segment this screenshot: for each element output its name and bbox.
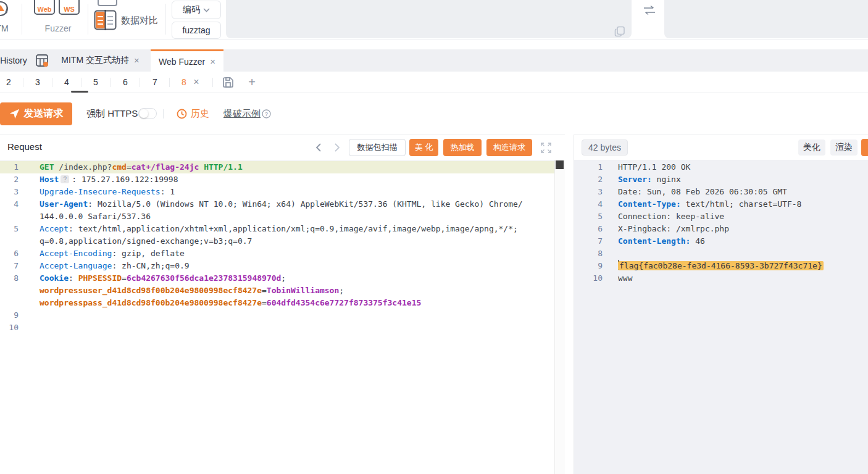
chevron-right-icon[interactable] [331, 141, 343, 154]
line-number: 4 [574, 198, 603, 210]
line-number: 10 [574, 272, 603, 285]
expand-icon[interactable] [541, 143, 551, 153]
tab-history[interactable]: History [0, 49, 30, 72]
send-icon [9, 109, 20, 119]
fuzzer-tab-2[interactable]: 2 [2, 72, 15, 93]
flag-highlight: flag{fac0b28e-fe3d-4166-8593-3b727f43c71… [618, 261, 824, 270]
response-render-button[interactable]: 渲染 [830, 139, 858, 156]
swap-arrows-icon[interactable] [643, 5, 656, 16]
data-compare-icon[interactable] [94, 10, 117, 30]
toolbar-secondary-area[interactable] [664, 0, 868, 38]
request-panel-header: Request 数据包扫描 美 化 热加载 构造请求 [0, 135, 565, 160]
fuzzer-tab-5[interactable]: 5 [90, 72, 102, 93]
fuzzer-tab-8[interactable]: 8 [178, 72, 190, 93]
line-number: 10 [0, 322, 19, 334]
line-number: 8 [0, 272, 19, 285]
hotload-button[interactable]: 热加载 [443, 139, 482, 156]
force-https-toggle[interactable] [138, 108, 157, 119]
line-number: 8 [574, 247, 603, 260]
line-number: 2 [574, 173, 603, 186]
mitm-icon[interactable] [0, 0, 11, 21]
toolbar-divider [88, 4, 88, 35]
divider [23, 78, 23, 87]
data-compare-label[interactable]: 数据对比 [121, 15, 158, 27]
request-scrollbar[interactable] [554, 160, 565, 474]
code-line: wordpressuser_d41d8cd98f00b204e9800998ec… [0, 285, 565, 297]
code-line: 144.0.0.0 Safari/537.36 [0, 210, 565, 223]
save-icon[interactable] [222, 77, 234, 88]
partial-icon [98, 0, 117, 6]
line-number: 7 [0, 260, 19, 272]
code-line: 4User-Agent: Mozilla/5.0 (Windows NT 10.… [0, 198, 565, 210]
line-number: 9 [574, 260, 603, 272]
code-line: 5Connection: keep-alive [574, 210, 868, 223]
blast-example-link[interactable]: 爆破示例 [223, 108, 261, 120]
tab-web-fuzzer[interactable]: Web Fuzzer × [151, 49, 223, 72]
web-fuzzer-icon[interactable]: Web [34, 0, 55, 15]
line-number: 3 [0, 186, 19, 198]
sequence-table-icon[interactable] [35, 54, 49, 67]
top-toolbar: MITM Web WS Fuzzer 数据对比 编码 [0, 0, 868, 40]
divider [169, 78, 170, 87]
code-line: 7Accept-Language: zh-CN,zh;q=0.9 [0, 260, 565, 272]
history-button[interactable]: 历史 [177, 108, 209, 120]
code-line: 5Accept: text/html,application/xhtml+xml… [0, 223, 565, 235]
code-line: 3Date: Sun, 08 Feb 2026 06:30:05 GMT [574, 186, 868, 198]
code-line: 9 [0, 309, 565, 322]
clock-icon [177, 109, 187, 119]
line-number: 7 [574, 235, 603, 247]
yakit-web-fuzzer-app: MITM Web WS Fuzzer 数据对比 编码 [0, 0, 868, 474]
close-icon[interactable]: × [134, 56, 140, 65]
send-request-button[interactable]: 发送请求 [0, 102, 72, 125]
response-beautify-button[interactable]: 美化 [798, 139, 825, 156]
toolbar-input-area[interactable] [226, 0, 632, 38]
close-icon[interactable]: × [210, 57, 215, 66]
close-icon[interactable]: × [190, 72, 202, 93]
request-editor[interactable]: 1GET /index.php?cmd=cat+/flag-24jc HTTP/… [0, 160, 565, 474]
code-line: 2Server: nginx [574, 173, 868, 186]
request-title: Request [7, 141, 42, 152]
code-line: 1HTTP/1.1 200 OK [574, 161, 868, 173]
fuzzer-tab-3[interactable]: 3 [31, 72, 44, 93]
fuzzer-actionbar: 发送请求 强制 HTTPS 历史 爆破示例 ? [0, 93, 868, 135]
mitm-label[interactable]: MITM [0, 23, 9, 33]
divider [110, 78, 111, 87]
line-number: 9 [0, 309, 19, 322]
line-number: 6 [0, 247, 19, 260]
construct-request-button[interactable]: 构造请求 [486, 139, 532, 156]
divider [163, 109, 164, 118]
ws-fuzzer-icon[interactable]: WS [59, 0, 80, 15]
encode-dropdown[interactable]: 编码 [172, 1, 221, 19]
request-scrollbar-thumb[interactable] [556, 160, 564, 169]
tab-scrollbar-thumb[interactable] [71, 91, 88, 93]
fuzzer-tab-7[interactable]: 7 [149, 72, 161, 93]
divider [81, 78, 81, 87]
response-extra-button[interactable] [861, 139, 868, 156]
tab-mitm[interactable]: MITM 交互式劫持 × [52, 49, 148, 72]
fuzzer-tab-4[interactable]: 4 [61, 72, 73, 93]
beautify-button[interactable]: 美 化 [409, 139, 438, 156]
copy-icon[interactable] [614, 26, 625, 37]
force-https-label: 强制 HTTPS [86, 108, 138, 120]
divider [52, 78, 52, 87]
chevron-down-icon [203, 8, 210, 12]
response-editor[interactable]: 1HTTP/1.1 200 OK2Server: nginx3Date: Sun… [574, 160, 868, 474]
line-number: 3 [574, 186, 603, 198]
fuzzer-tab-6[interactable]: 6 [119, 72, 131, 93]
code-line: 8Cookie: PHPSESSID=6cb4267630f56dca1e237… [0, 272, 565, 285]
code-line: 3Upgrade-Insecure-Requests: 1 [0, 186, 565, 198]
code-line: 7Content-Length: 46 [574, 235, 868, 247]
code-line: 6X-Pingback: /xmlrpc.php [574, 223, 868, 235]
line-number: 1 [574, 161, 603, 173]
toolbar-divider [22, 4, 22, 35]
plus-icon[interactable]: + [246, 72, 258, 93]
packet-scan-button[interactable]: 数据包扫描 [349, 139, 406, 156]
fuzztag-button[interactable]: fuzztag [172, 22, 221, 39]
question-circle-icon[interactable]: ? [262, 109, 271, 118]
code-line: 10 [0, 322, 565, 334]
fuzzer-label: Fuzzer [36, 23, 80, 33]
code-line: q=0.8,application/signed-exchange;v=b3;q… [0, 235, 565, 247]
line-number: 6 [574, 223, 603, 235]
code-line: 6Accept-Encoding: gzip, deflate [0, 247, 565, 260]
chevron-left-icon[interactable] [312, 141, 325, 154]
